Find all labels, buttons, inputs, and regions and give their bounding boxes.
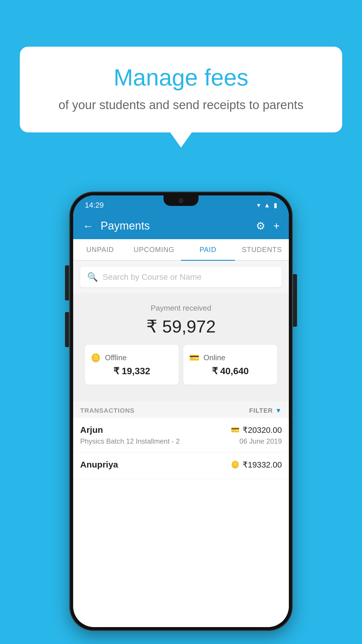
table-row[interactable]: Arjun 💳 ₹20320.00 Physics Batch 12 Insta… bbox=[73, 418, 289, 453]
filter-label: FILTER bbox=[249, 407, 273, 414]
search-input[interactable]: Search by Course or Name bbox=[103, 272, 201, 282]
payment-method-icon-1: 💳 bbox=[231, 426, 240, 434]
back-button[interactable]: ← bbox=[82, 220, 94, 232]
offline-card-header: 🪙 Offline bbox=[91, 353, 173, 363]
app-bar: ← Payments ⚙ + bbox=[73, 213, 289, 239]
speech-bubble: Manage fees of your students and send re… bbox=[20, 47, 342, 132]
transaction-amount-2: ₹19332.00 bbox=[242, 460, 282, 470]
summary-section: Payment received ₹ 59,972 🪙 Offline ₹ 19… bbox=[73, 293, 289, 401]
transaction-row-2: Anupriya 🪙 ₹19332.00 bbox=[80, 460, 282, 470]
settings-button[interactable]: ⚙ bbox=[256, 220, 265, 232]
summary-amount: ₹ 59,972 bbox=[80, 316, 282, 337]
tab-paid[interactable]: PAID bbox=[181, 239, 235, 260]
battery-icon: ▮ bbox=[274, 202, 277, 209]
tab-unpaid[interactable]: UNPAID bbox=[73, 239, 127, 260]
tabs: UNPAID UPCOMING PAID STUDENTS bbox=[73, 239, 289, 261]
transaction-amount-1: ₹20320.00 bbox=[242, 425, 282, 435]
search-container: 🔍 Search by Course or Name bbox=[73, 261, 289, 293]
transaction-sub-1: Physics Batch 12 Installment - 2 06 June… bbox=[80, 437, 282, 445]
add-button[interactable]: + bbox=[273, 220, 280, 232]
filter-icon: ▼ bbox=[275, 407, 282, 414]
status-time: 14:29 bbox=[85, 201, 104, 210]
offline-amount: ₹ 19,332 bbox=[91, 365, 173, 377]
online-card-header: 💳 Online bbox=[189, 353, 271, 363]
tab-upcoming[interactable]: UPCOMING bbox=[127, 239, 181, 260]
tab-students[interactable]: STUDENTS bbox=[235, 239, 289, 260]
app-bar-right: ⚙ + bbox=[256, 220, 280, 232]
app-bar-left: ← Payments bbox=[82, 220, 150, 232]
wifi-icon: ▾ bbox=[257, 202, 260, 209]
online-label: Online bbox=[203, 353, 225, 362]
transaction-list: Arjun 💳 ₹20320.00 Physics Batch 12 Insta… bbox=[73, 418, 289, 627]
online-icon: 💳 bbox=[189, 353, 199, 363]
transaction-name-1: Arjun bbox=[80, 425, 103, 435]
online-card: 💳 Online ₹ 40,640 bbox=[183, 345, 277, 385]
transactions-label: TRANSACTIONS bbox=[80, 407, 135, 414]
signal-icon: ▲ bbox=[264, 202, 270, 209]
transaction-amount-wrap-2: 🪙 ₹19332.00 bbox=[231, 460, 282, 470]
app-bar-title: Payments bbox=[101, 220, 150, 232]
camera bbox=[179, 198, 183, 203]
transaction-name-2: Anupriya bbox=[80, 460, 118, 470]
transactions-header: TRANSACTIONS FILTER ▼ bbox=[73, 401, 289, 418]
payment-method-icon-2: 🪙 bbox=[231, 461, 240, 469]
filter-button[interactable]: FILTER ▼ bbox=[249, 407, 282, 414]
search-bar[interactable]: 🔍 Search by Course or Name bbox=[80, 267, 282, 287]
cards-row: 🪙 Offline ₹ 19,332 💳 Online ₹ 40,640 bbox=[80, 345, 282, 393]
online-amount: ₹ 40,640 bbox=[189, 365, 271, 377]
table-row[interactable]: Anupriya 🪙 ₹19332.00 bbox=[73, 453, 289, 479]
phone-frame: 14:29 ▾ ▲ ▮ ← Payments ⚙ + UNPAID UPCOMI… bbox=[70, 192, 292, 630]
status-icons: ▾ ▲ ▮ bbox=[257, 202, 277, 209]
bubble-subtitle: of your students and send receipts to pa… bbox=[40, 98, 322, 112]
offline-icon: 🪙 bbox=[91, 353, 101, 363]
phone-screen: 14:29 ▾ ▲ ▮ ← Payments ⚙ + UNPAID UPCOMI… bbox=[73, 195, 289, 627]
bubble-title: Manage fees bbox=[40, 64, 322, 91]
offline-label: Offline bbox=[105, 353, 127, 362]
phone-notch bbox=[164, 195, 198, 206]
transaction-amount-wrap-1: 💳 ₹20320.00 bbox=[231, 425, 282, 435]
transaction-row-1: Arjun 💳 ₹20320.00 bbox=[80, 425, 282, 435]
search-icon: 🔍 bbox=[87, 272, 98, 282]
summary-label: Payment received bbox=[80, 304, 282, 313]
transaction-date-1: 06 June 2019 bbox=[240, 437, 282, 445]
transaction-course-1: Physics Batch 12 Installment - 2 bbox=[80, 437, 180, 445]
offline-card: 🪙 Offline ₹ 19,332 bbox=[85, 345, 179, 385]
